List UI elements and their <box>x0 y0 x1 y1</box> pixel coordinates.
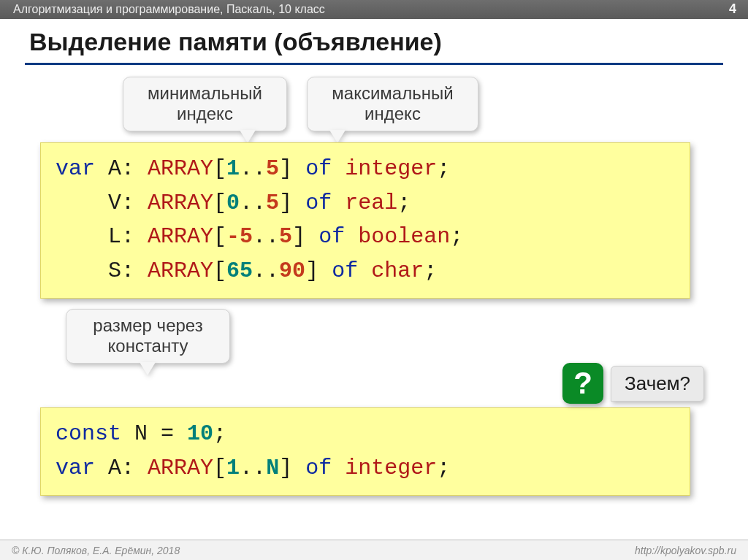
idx-hi: 5 <box>266 191 279 215</box>
kw-array: ARRAY <box>148 191 213 215</box>
title-underline <box>25 63 723 65</box>
code-id: L <box>108 224 121 249</box>
kw-array: ARRAY <box>148 456 213 480</box>
idx-lo: 0 <box>226 191 240 215</box>
question-bubble: ? Зачем? <box>562 363 704 404</box>
type-name: integer <box>345 456 437 480</box>
callout-line: минимальный <box>148 83 262 103</box>
type-name: boolean <box>358 224 450 249</box>
idx-hi-ref: N <box>266 456 279 480</box>
callout-line: константу <box>108 336 188 356</box>
code-id: A <box>108 156 121 181</box>
code-id: A <box>108 456 121 480</box>
kw-array: ARRAY <box>148 258 213 283</box>
type-name: char <box>371 258 424 283</box>
callout-max-index: максимальный индекс <box>307 77 478 131</box>
kw-const: const <box>56 421 121 446</box>
callout-line: размер через <box>93 315 202 335</box>
header-bar: Алгоритмизация и программирование, Паска… <box>0 0 748 19</box>
kw-of: of <box>305 156 332 181</box>
callout-line: индекс <box>365 104 421 123</box>
footer-copyright: © К.Ю. Поляков, Е.А. Ерёмин, 2018 <box>12 545 180 556</box>
idx-hi: 5 <box>279 224 292 249</box>
page-title: Выделение памяти (объявление) <box>29 28 442 56</box>
idx-hi: 5 <box>266 156 279 181</box>
footer-link: http://kpolyakov.spb.ru <box>635 545 736 556</box>
page-number: 4 <box>729 1 736 17</box>
kw-array: ARRAY <box>148 156 213 181</box>
callout-tail-icon <box>140 362 156 375</box>
kw-var: var <box>56 456 95 480</box>
const-val: 10 <box>187 421 213 446</box>
idx-lo: 1 <box>226 456 240 480</box>
idx-lo: 1 <box>226 156 240 181</box>
code-id: N <box>134 421 148 446</box>
type-name: integer <box>345 156 437 181</box>
code-id: V <box>108 191 121 215</box>
kw-of: of <box>305 456 332 480</box>
kw-of: of <box>318 224 345 249</box>
code-id: S <box>108 258 121 283</box>
kw-array: ARRAY <box>148 224 213 249</box>
callout-tail-icon <box>329 130 346 143</box>
callout-size-via-const: размер через константу <box>66 309 230 364</box>
footer-bar: © К.Ю. Поляков, Е.А. Ерёмин, 2018 http:/… <box>0 540 748 560</box>
callout-min-index: минимальный индекс <box>123 77 287 131</box>
callout-line: индекс <box>177 104 233 123</box>
kw-of: of <box>332 258 358 283</box>
callout-line: максимальный <box>332 83 453 103</box>
code-block-const: const N = 10; var A: ARRAY[1..N] of inte… <box>40 407 690 496</box>
idx-hi: 90 <box>279 258 305 283</box>
question-text: Зачем? <box>611 366 704 402</box>
kw-of: of <box>305 191 332 215</box>
question-mark-icon: ? <box>562 363 603 404</box>
idx-lo: -5 <box>226 224 253 249</box>
type-name: real <box>345 191 397 215</box>
breadcrumb: Алгоритмизация и программирование, Паска… <box>13 3 325 16</box>
idx-lo: 65 <box>226 258 253 283</box>
code-block-declarations: var A: ARRAY[1..5] of integer; V: ARRAY[… <box>40 142 690 299</box>
callout-tail-icon <box>240 130 256 143</box>
kw-var: var <box>56 156 108 181</box>
